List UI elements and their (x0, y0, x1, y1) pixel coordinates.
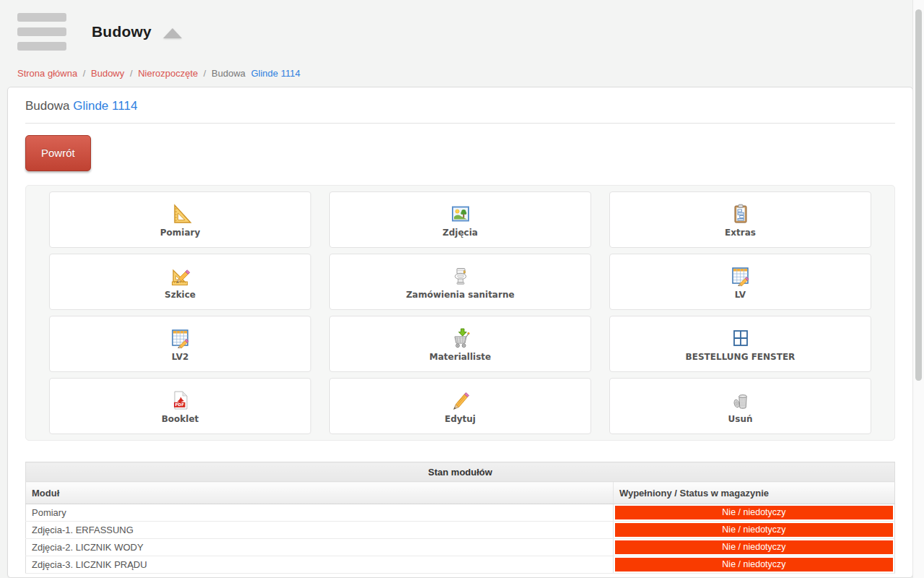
tiles-panel: Pomiary Zdjęcia (25, 185, 895, 441)
page-title-prefix: Budowa (25, 99, 69, 113)
module-status-table: Stan modułów Moduł Wypełniony / Status w… (25, 462, 895, 574)
set-square-icon (169, 202, 192, 225)
vertical-scrollbar[interactable] (912, 0, 924, 578)
breadcrumb-budowa-label: Budowa (212, 68, 245, 79)
table-caption: Stan modułów (26, 462, 895, 482)
tile-label: Edytuj (445, 414, 476, 424)
tile-label: BESTELLUNG FENSTER (686, 352, 796, 362)
sketch-icon (169, 264, 192, 288)
breadcrumb-separator: / (204, 68, 206, 79)
status-badge: Nie / niedotyczy (615, 540, 893, 554)
tile-label: Materialliste (430, 352, 491, 362)
tile-bestellung-fenster[interactable]: BESTELLUNG FENSTER (609, 316, 871, 372)
pdf-icon-text: PDF (175, 402, 184, 407)
hamburger-bar (17, 27, 66, 36)
toilet-icon (449, 264, 472, 288)
clipboard-icon (729, 202, 752, 225)
table-row: Zdjęcia-1. ERFASSUNG Nie / niedotyczy (26, 522, 895, 539)
table-caption-row: Stan modułów (26, 462, 895, 482)
breadcrumb-nierozpoczete-link[interactable]: Nierozpoczęte (138, 68, 198, 79)
table-row: Pomiary Nie / niedotyczy (26, 504, 895, 522)
tile-szkice[interactable]: Szkice (49, 254, 311, 310)
tile-label: LV2 (172, 352, 189, 362)
hamburger-bar (17, 42, 66, 51)
tile-label: Extras (725, 228, 756, 238)
app-title: Budowy (92, 23, 152, 40)
module-cell: Zdjęcia-1. ERFASSUNG (26, 522, 614, 539)
tile-booklet[interactable]: PDF Booklet (49, 378, 311, 434)
column-header-module: Moduł (26, 482, 614, 504)
column-header-status: Wypełniony / Status w magazynie (613, 482, 894, 504)
breadcrumb-home-link[interactable]: Strona główna (17, 68, 77, 79)
triangle-up-icon[interactable] (163, 28, 182, 38)
status-badge: Nie / niedotyczy (615, 558, 893, 571)
module-cell: Zdjęcia-2. LICZNIK WODY (26, 539, 614, 556)
status-badge: Nie / niedotyczy (615, 506, 893, 519)
photo-icon (449, 202, 472, 225)
pdf-icon: PDF (169, 389, 192, 412)
tile-zdjecia[interactable]: Zdjęcia (329, 191, 591, 248)
tile-zamowienia-sanitarne[interactable]: Zamówienia sanitarne (329, 254, 591, 310)
tile-label: Usuń (728, 414, 753, 424)
table-row: Zdjęcia-3. LICZNIK PRĄDU Nie / niedotycz… (26, 556, 895, 574)
tile-label: Szkice (165, 290, 196, 300)
spreadsheet-pencil-icon (729, 264, 752, 288)
tile-usun[interactable]: Usuń (609, 378, 871, 434)
page-title: Budowa Glinde 1114 (25, 87, 895, 124)
table-header-row: Moduł Wypełniony / Status w magazynie (26, 482, 895, 504)
hamburger-menu-icon[interactable] (17, 13, 66, 51)
table-row: Zdjęcia-2. LICZNIK WODY Nie / niedotyczy (26, 539, 895, 556)
tile-label: Pomiary (160, 228, 201, 238)
module-cell: Zdjęcia-3. LICZNIK PRĄDU (26, 556, 614, 574)
breadcrumb-separator: / (130, 68, 133, 79)
window-icon (729, 327, 752, 350)
trash-icon (729, 389, 752, 412)
module-status-section: Stan modułów Moduł Wypełniony / Status w… (25, 462, 895, 574)
back-button[interactable]: Powrót (25, 135, 91, 171)
spreadsheet-pencil-icon (169, 327, 192, 350)
breadcrumb: Strona główna / Budowy / Nierozpoczęte /… (17, 68, 924, 79)
tile-materialliste[interactable]: Materialliste (329, 316, 591, 372)
app-header: Budowy (0, 0, 924, 51)
breadcrumb-separator: / (83, 68, 86, 79)
tile-label: Booklet (162, 414, 199, 424)
tile-edytuj[interactable]: Edytuj (329, 378, 591, 434)
pencil-icon (449, 389, 472, 412)
main-card: Budowa Glinde 1114 Powrót Pomiary (7, 87, 913, 578)
tile-lv2[interactable]: LV2 (49, 316, 311, 372)
tile-lv[interactable]: LV (609, 254, 871, 310)
breadcrumb-current-link[interactable]: Glinde 1114 (251, 68, 300, 79)
breadcrumb-budowy-link[interactable]: Budowy (91, 68, 124, 79)
cart-download-icon (449, 327, 472, 350)
module-cell: Pomiary (26, 504, 614, 522)
hamburger-bar (17, 13, 66, 22)
status-badge: Nie / niedotyczy (615, 523, 893, 537)
tile-label: Zamówienia sanitarne (406, 290, 514, 300)
tile-extras[interactable]: Extras (609, 191, 871, 248)
page-title-link[interactable]: Glinde 1114 (73, 99, 137, 113)
scrollbar-thumb[interactable] (915, 9, 922, 381)
tile-label: LV (735, 290, 746, 300)
tile-label: Zdjęcia (443, 228, 478, 238)
tile-pomiary[interactable]: Pomiary (49, 191, 311, 248)
